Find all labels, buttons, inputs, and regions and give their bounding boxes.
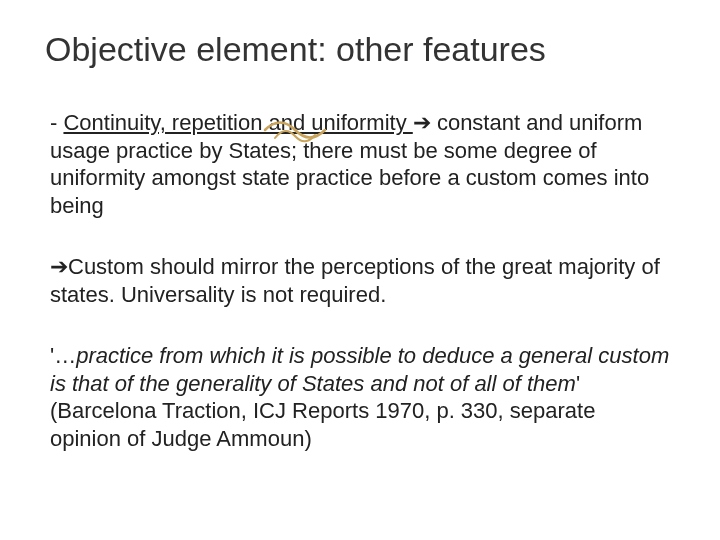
slide-title: Objective element: other features: [45, 30, 670, 69]
arrow-icon: ➔: [50, 254, 68, 279]
paragraph-quote: '…practice from which it is possible to …: [50, 342, 670, 452]
para2-text: Custom should mirror the perceptions of …: [50, 254, 660, 307]
para1-prefix: -: [50, 110, 63, 135]
paragraph-continuity: - Continuity, repetition and uniformity …: [50, 109, 670, 219]
slide: Objective element: other features - Cont…: [0, 0, 720, 540]
paragraph-custom-mirror: ➔Custom should mirror the perceptions of…: [50, 253, 670, 308]
arrow-icon: ➔: [413, 110, 431, 135]
para1-underlined: Continuity, repetition and uniformity: [63, 110, 412, 135]
quote-open: '…: [50, 343, 76, 368]
